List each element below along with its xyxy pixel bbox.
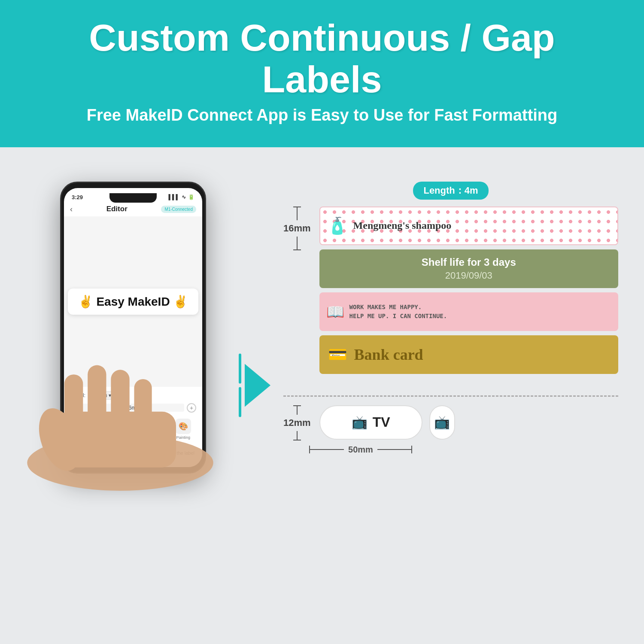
shampoo-icon: 🧴 [327, 216, 347, 235]
tv-partial-icon: 📺 [434, 415, 450, 430]
mm12-section: 12mm 📺 TV 📺 [283, 405, 618, 455]
length-badge-row: Length：4m [283, 182, 618, 200]
shampoo-text: Mengmeng's shampoo [353, 220, 452, 231]
mm50-line: 50mm [309, 445, 412, 455]
dimension-16mm: 16mm [283, 207, 311, 250]
phone-area: 3:29 ▌▌▌ ∿ 🔋 ‹ Editor M1-Connected [34, 173, 258, 559]
mm50-tick-right [411, 446, 412, 453]
dim-line-v-bottom [297, 237, 298, 249]
mm50-row: 50mm [283, 445, 618, 455]
arrow-line-1 [239, 353, 241, 383]
work-icon: 📖 [326, 303, 344, 320]
mm16-section: Length：4m 16mm [283, 182, 618, 374]
dim-line-v-top-12 [297, 406, 298, 415]
svg-rect-3 [64, 374, 83, 421]
page-wrapper: Custom Continuous / Gap Labels Free Make… [0, 0, 644, 644]
dim-tick-bottom [293, 249, 301, 250]
header-section: Custom Continuous / Gap Labels Free Make… [0, 0, 644, 147]
work-text: WORK MAKES ME HAPPY. HELP ME UP. I CAN C… [349, 303, 447, 321]
dim-text-12: 12mm [283, 417, 311, 428]
svg-rect-4 [88, 365, 106, 421]
bank-icon: 💳 [328, 346, 347, 364]
main-title: Custom Continuous / Gap Labels [26, 17, 618, 100]
length-badge: Length：4m [413, 182, 488, 200]
bank-label: 💳 Bank card [319, 335, 618, 374]
shampoo-label: 🧴 Mengmeng's shampoo [319, 207, 618, 245]
hand-phone-container: 3:29 ▌▌▌ ∿ 🔋 ‹ Editor M1-Connected [34, 173, 258, 559]
mm12-cards: 📺 TV 📺 [319, 405, 455, 440]
dim-arrow-v: 16mm [283, 207, 311, 250]
arrow-lines [239, 353, 241, 417]
mm50-h-line-right [377, 449, 411, 450]
labels-panel: Length：4m 16mm [283, 173, 618, 455]
hand-silhouette [9, 186, 232, 572]
shelf-line2: 2019/09/03 [445, 270, 492, 281]
shelf-label: Shelf life for 3 days 2019/09/03 [319, 249, 618, 288]
dimension-12mm: 12mm [283, 405, 311, 440]
shampoo-content: 🧴 Mengmeng's shampoo [327, 216, 611, 235]
dim-line-v-bottom-12 [297, 431, 298, 440]
phone-notch [109, 193, 157, 203]
bank-text: Bank card [354, 346, 423, 364]
work-line2: HELP ME UP. I CAN CONTINUE. [349, 312, 447, 321]
tv-text: TV [373, 414, 390, 430]
dim-line-v-top [297, 207, 298, 220]
arrow-container [239, 353, 270, 417]
tv-label-partial: 📺 [429, 405, 455, 440]
dim-text-16: 16mm [283, 223, 311, 234]
tv-label: 📺 TV [319, 405, 422, 440]
dim-arrow-v-12: 12mm [283, 405, 311, 440]
content-section: 3:29 ▌▌▌ ∿ 🔋 ‹ Editor M1-Connected [0, 147, 644, 644]
work-line1: WORK MAKES ME HAPPY. [349, 303, 447, 312]
dim-tick-bottom-12 [293, 440, 301, 440]
mm12-labels-row: 12mm 📺 TV 📺 [283, 405, 618, 440]
mm50-h-line-left [310, 449, 344, 450]
work-label: 📖 WORK MAKES ME HAPPY. HELP ME UP. I CAN… [319, 292, 618, 331]
svg-rect-5 [111, 370, 129, 421]
arrow-line-2 [239, 387, 241, 417]
mm16-labels: 16mm 🧴 Mengmeng's shampoo [283, 207, 618, 374]
labels-stack-16: 🧴 Mengmeng's shampoo Shelf life for 3 da… [319, 207, 618, 374]
shelf-line1: Shelf life for 3 days [422, 256, 516, 268]
svg-rect-6 [134, 379, 152, 421]
mm50-text: 50mm [348, 445, 373, 455]
dashed-divider [283, 395, 618, 397]
arrow-head [245, 364, 270, 407]
tv-icon: 📺 [352, 415, 368, 430]
subtitle: Free MakeID Connect App is Easy to Use f… [26, 105, 618, 126]
